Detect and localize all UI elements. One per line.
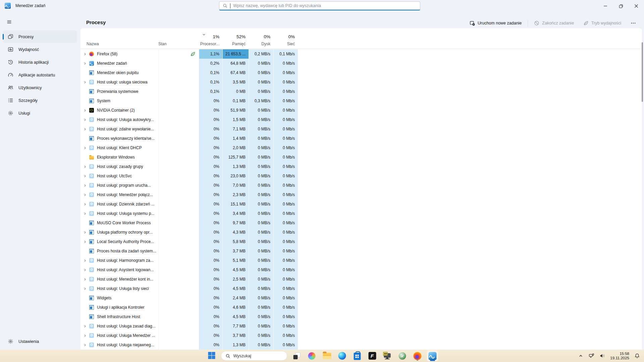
process-row[interactable]: Local Security Authority Proce...0%5,8 M… [80, 237, 642, 246]
sidebar-item-historia-aplikacji[interactable]: Historia aplikacji [3, 56, 77, 68]
expand-chevron-icon[interactable] [80, 165, 89, 169]
taskbar-microsoft-store-button[interactable] [352, 350, 363, 361]
process-row[interactable]: ⚙Host usługi: Usługa Menedżer ...0%3,7 M… [80, 331, 642, 340]
sidebar-item-uzytkownicy[interactable]: Użytkownicy [3, 81, 77, 94]
process-row[interactable]: Shell Infrastructure Host0%4,5 MB0 MB/s0… [80, 312, 642, 321]
process-row[interactable]: ⚙Host usługi: Usługa systemu p...0%3,4 M… [80, 209, 642, 218]
expand-chevron-icon[interactable] [80, 174, 89, 178]
expand-chevron-icon[interactable] [80, 62, 89, 65]
expand-chevron-icon[interactable] [80, 334, 89, 338]
taskbar-file-explorer-button[interactable] [321, 350, 333, 361]
global-search-input[interactable]: Wpisz nazwę, wydawcę lub PID do wyszukan… [219, 1, 420, 10]
close-button[interactable] [629, 0, 644, 12]
expand-chevron-icon[interactable] [80, 240, 89, 244]
column-disk[interactable]: Dysk [249, 42, 273, 46]
taskbar-search[interactable]: Wyszukaj [221, 351, 287, 361]
sidebar-item-wydajnosc[interactable]: Wydajność [3, 43, 77, 56]
expand-chevron-icon[interactable] [80, 109, 89, 112]
expand-chevron-icon[interactable] [80, 287, 89, 291]
task-view-icon [293, 352, 301, 360]
process-row[interactable]: Menedżer zadań0,2%64,8 MB0 MB/s0 Mb/s [80, 59, 642, 68]
taskbar-copilot-button[interactable] [306, 350, 318, 361]
process-row[interactable]: ⚙Host usługi: Usługa listy sieci0%4,5 MB… [80, 284, 642, 293]
vertical-scrollbar[interactable] [641, 28, 643, 349]
more-options-button[interactable] [627, 19, 639, 27]
sidebar-item-uslugi[interactable]: Usługi [3, 107, 77, 119]
disk-value: 0,3 MB/s [249, 96, 273, 106]
expand-chevron-icon[interactable] [80, 343, 89, 347]
process-row[interactable]: ⚙Host usługi: Usługa niejawneg...0%1,3 M… [80, 340, 642, 350]
minimize-button[interactable] [598, 0, 613, 12]
column-status[interactable]: Stan [158, 42, 199, 46]
process-row[interactable]: ⚙Host usługi: Dziennik zdarzeń ...0%15,1… [80, 199, 642, 209]
expand-chevron-icon[interactable] [80, 231, 89, 234]
process-row[interactable]: ⚙Host usługi: zdalne wywołanie...0%7,1 M… [80, 124, 642, 134]
process-row[interactable]: ⚙Host usługi: program urucha...0%7,0 MB0… [80, 181, 642, 190]
process-row[interactable]: System0%0,1 MB0,3 MB/s0 Mb/s [80, 96, 642, 106]
notifications-bell-icon[interactable] [633, 352, 641, 360]
sidebar-item-procesy[interactable]: Procesy [3, 31, 77, 43]
expand-chevron-icon[interactable] [80, 278, 89, 281]
process-row[interactable]: Eksplorator Windows0%125,7 MB0 MB/s0 Mb/… [80, 153, 642, 162]
process-row[interactable]: Widgets0%2,4 MB0 MB/s0 Mb/s [80, 293, 642, 303]
process-row[interactable]: ⚙Host usługi: Menedżer kont in...0%2,5 M… [80, 275, 642, 284]
run-new-task-button[interactable]: Uruchom nowe zadanie [466, 19, 525, 27]
sidebar-item-szczegoly[interactable]: Szczegóły [3, 94, 77, 107]
process-row[interactable]: MoUSO Core Worker Process0%9,7 MB0 MB/s0… [80, 218, 642, 228]
process-row[interactable]: ⚙Host usługi: Usługa zasad diag...0%7,7 … [80, 321, 642, 331]
end-task-button[interactable]: Zakończ zadanie [531, 19, 577, 27]
network-icon[interactable] [587, 352, 596, 360]
process-row[interactable]: ⚙Host usługi: UtcSvc0%23,0 MB0 MB/s0 Mb/… [80, 171, 642, 181]
column-network[interactable]: Sieć [273, 42, 298, 46]
process-row[interactable]: NVIDIA Container (2)0%51,9 MB0 MB/s0 Mb/… [80, 106, 642, 115]
process-row[interactable]: ⚙Host usługi: Klient DHCP0%2,0 MB0 MB/s0… [80, 143, 642, 153]
process-row[interactable]: Proces wykonawczy klienta/se...0%1,4 MB0… [80, 134, 642, 143]
clock[interactable]: 15:58 19.11.2025 [609, 352, 631, 360]
expand-chevron-icon[interactable] [80, 202, 89, 206]
expand-chevron-icon[interactable] [80, 212, 89, 216]
hidden-icons-button[interactable] [577, 352, 585, 360]
expand-chevron-icon[interactable] [80, 184, 89, 187]
scrollbar-thumb[interactable] [642, 42, 643, 102]
process-row[interactable]: Usługa platformy ochrony opr...0%4,3 MB0… [80, 228, 642, 237]
taskbar-start-button[interactable] [206, 350, 217, 361]
column-labels-row: Nazwa Stan Procesor... Pamięć Dysk Sieć [80, 42, 642, 46]
process-row[interactable]: ⚙Host usługi: usługa sieciowa0,1%3,5 MB0… [80, 77, 642, 87]
process-row[interactable]: Usługi i aplikacja Kontroler0%4,6 MB0 MB… [80, 303, 642, 312]
hamburger-menu-button[interactable] [3, 17, 15, 27]
taskbar-task-manager-button[interactable] [427, 350, 438, 361]
expand-chevron-icon[interactable] [80, 259, 89, 262]
taskbar-legacy-monitor-app-button[interactable]: 99 [382, 350, 393, 361]
taskbar-task-view-button[interactable] [291, 350, 303, 361]
expand-chevron-icon[interactable] [80, 127, 89, 131]
process-row[interactable]: ⚙Host usługi: Usługa autowykry...0%1,5 M… [80, 115, 642, 124]
expand-chevron-icon[interactable] [80, 80, 89, 84]
efficiency-mode-button[interactable]: Tryb wydajności [580, 19, 625, 27]
taskbar-f-app-button[interactable]: F [367, 350, 378, 361]
expand-chevron-icon[interactable] [80, 324, 89, 328]
process-row[interactable]: ⚙Host usługi: zasady grupy0%1,3 MB0 MB/s… [80, 162, 642, 171]
sidebar-item-settings[interactable]: Ustawienia [3, 335, 77, 348]
expand-chevron-icon[interactable] [80, 146, 89, 150]
taskbar-green-utility-app-button[interactable] [397, 350, 408, 361]
taskbar-firefox-button[interactable] [412, 350, 423, 361]
process-row[interactable]: Proces hosta dla zadań system...0%3,7 MB… [80, 246, 642, 256]
column-cpu[interactable]: Procesor... [199, 42, 222, 46]
taskbar-edge-button[interactable] [336, 350, 348, 361]
process-row[interactable]: ⚙Host usługi: Harmonogram za...0%5,1 MB0… [80, 256, 642, 265]
sidebar-item-aplikacje-autostartu[interactable]: Aplikacje autostartu [3, 69, 77, 81]
column-name[interactable]: Nazwa [80, 42, 158, 46]
expand-chevron-icon[interactable] [80, 193, 89, 197]
process-row[interactable]: ⚙Host usługi: Asystent logowan...0%4,5 M… [80, 265, 642, 275]
expand-chevron-icon[interactable] [80, 118, 89, 122]
process-row[interactable]: Firefox (58)1,1%21 653,5 ...0,2 MB/s0,1 … [80, 49, 642, 59]
process-row[interactable]: ⚙Host usługi: Menedżer połącz...0%2,3 MB… [80, 190, 642, 199]
process-row[interactable]: Menedżer okien pulpitu0,1%67,4 MB0 MB/s0… [80, 68, 642, 77]
expand-chevron-icon[interactable] [80, 52, 89, 56]
process-row[interactable]: Przerwania systemowe0,1%0 MB0 MB/s0 Mb/s [80, 87, 642, 96]
restore-button[interactable] [613, 0, 629, 12]
expand-chevron-icon[interactable] [80, 268, 89, 272]
volume-icon[interactable] [598, 352, 606, 360]
memory-value: 1,5 MB [222, 115, 249, 124]
column-memory[interactable]: Pamięć [222, 42, 249, 46]
